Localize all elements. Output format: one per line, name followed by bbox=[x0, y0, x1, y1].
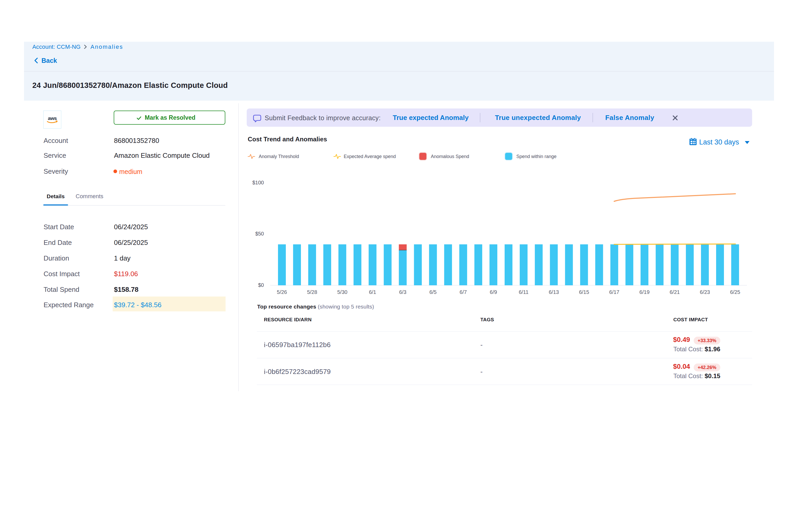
svg-text:5/28: 5/28 bbox=[307, 289, 317, 295]
svg-text:6/13: 6/13 bbox=[549, 289, 559, 295]
svg-text:aws: aws bbox=[48, 116, 57, 121]
svg-text:6/11: 6/11 bbox=[519, 289, 528, 295]
svg-text:6/19: 6/19 bbox=[640, 289, 650, 295]
svg-text:$100: $100 bbox=[252, 180, 264, 185]
svg-text:6/25: 6/25 bbox=[730, 289, 740, 295]
svg-text:6/17: 6/17 bbox=[609, 289, 619, 295]
svg-text:6/5: 6/5 bbox=[429, 289, 437, 295]
svg-text:6/15: 6/15 bbox=[579, 289, 589, 295]
svg-text:6/23: 6/23 bbox=[700, 289, 710, 295]
svg-text:5/30: 5/30 bbox=[337, 289, 347, 295]
svg-text:6/7: 6/7 bbox=[459, 289, 467, 295]
svg-text:6/9: 6/9 bbox=[490, 289, 497, 295]
svg-text:6/21: 6/21 bbox=[670, 289, 680, 295]
svg-text:$50: $50 bbox=[255, 231, 264, 236]
svg-text:$0: $0 bbox=[258, 282, 264, 288]
svg-text:6/3: 6/3 bbox=[399, 289, 406, 295]
svg-text:6/1: 6/1 bbox=[369, 289, 376, 295]
svg-text:5/26: 5/26 bbox=[277, 289, 287, 295]
